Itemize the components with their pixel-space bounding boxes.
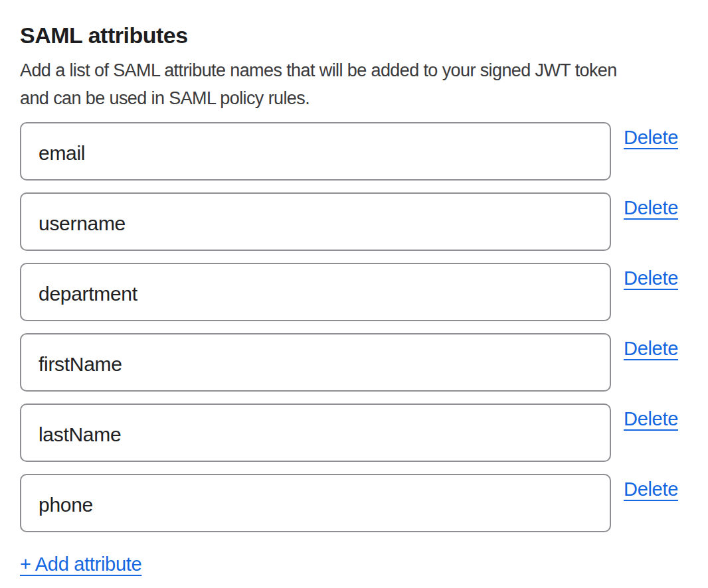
add-attribute-link[interactable]: + Add attribute — [20, 552, 141, 576]
delete-attribute-link[interactable]: Delete — [624, 407, 678, 430]
attribute-input[interactable] — [20, 333, 611, 392]
attribute-input[interactable] — [20, 474, 611, 532]
section-title: SAML attributes — [20, 22, 688, 48]
attribute-list: Delete Delete Delete Delete Delete Delet… — [20, 122, 688, 532]
saml-attributes-section: SAML attributes Add a list of SAML attri… — [0, 0, 708, 576]
attribute-row: Delete — [20, 122, 688, 181]
attribute-row: Delete — [20, 333, 688, 392]
delete-attribute-link[interactable]: Delete — [624, 126, 678, 149]
attribute-row: Delete — [20, 474, 688, 532]
attribute-input[interactable] — [20, 404, 611, 462]
attribute-input[interactable] — [20, 192, 611, 251]
section-description: Add a list of SAML attribute names that … — [20, 56, 688, 112]
attribute-row: Delete — [20, 263, 688, 321]
delete-attribute-link[interactable]: Delete — [624, 478, 678, 500]
attribute-input[interactable] — [20, 122, 611, 181]
attribute-row: Delete — [20, 192, 688, 251]
attribute-input[interactable] — [20, 263, 611, 321]
delete-attribute-link[interactable]: Delete — [624, 196, 678, 219]
delete-attribute-link[interactable]: Delete — [624, 267, 678, 289]
delete-attribute-link[interactable]: Delete — [624, 337, 678, 360]
attribute-row: Delete — [20, 404, 688, 462]
